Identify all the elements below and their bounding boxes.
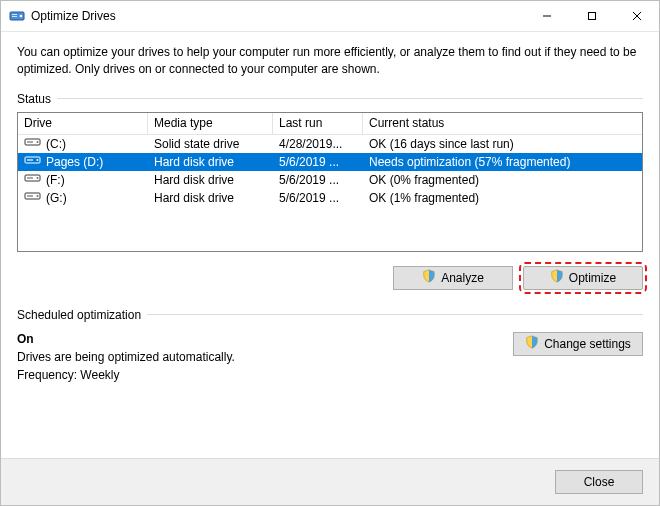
table-row[interactable]: (F:)Hard disk drive5/6/2019 ...OK (0% fr… xyxy=(18,171,642,189)
optimize-drives-window: Optimize Drives You can optimize your dr… xyxy=(0,0,660,506)
table-row[interactable]: (G:)Hard disk drive5/6/2019 ...OK (1% fr… xyxy=(18,189,642,207)
col-media[interactable]: Media type xyxy=(148,113,273,135)
col-current-status[interactable]: Current status xyxy=(363,113,642,135)
scheduled-actions: Change settings xyxy=(513,332,643,356)
divider xyxy=(147,314,643,315)
table-row[interactable]: Pages (D:)Hard disk drive5/6/2019 ...Nee… xyxy=(18,153,642,171)
svg-rect-16 xyxy=(27,177,33,178)
scheduled-info: On Drives are being optimized automatica… xyxy=(17,332,235,382)
drive-cell: (C:) xyxy=(18,136,148,151)
divider xyxy=(57,98,643,99)
titlebar: Optimize Drives xyxy=(1,1,659,32)
last-run-cell: 5/6/2019 ... xyxy=(273,173,363,187)
intro-text: You can optimize your drives to help you… xyxy=(17,44,643,78)
shield-icon xyxy=(550,269,564,286)
window-controls xyxy=(524,1,659,31)
drive-icon xyxy=(24,136,42,151)
table-header[interactable]: Drive Media type Last run Current status xyxy=(18,113,642,135)
svg-point-18 xyxy=(37,195,39,197)
drive-cell: Pages (D:) xyxy=(18,154,148,169)
svg-rect-10 xyxy=(27,141,33,142)
drive-cell: (F:) xyxy=(18,172,148,187)
drive-icon xyxy=(24,172,42,187)
optimize-button[interactable]: Optimize xyxy=(523,266,643,290)
footer: Close xyxy=(1,458,659,505)
drive-label: (F:) xyxy=(46,173,65,187)
last-run-cell: 5/6/2019 ... xyxy=(273,191,363,205)
drive-icon xyxy=(24,190,42,205)
svg-rect-19 xyxy=(27,195,33,196)
change-settings-button[interactable]: Change settings xyxy=(513,332,643,356)
status-section-label: Status xyxy=(17,92,643,106)
media-cell: Hard disk drive xyxy=(148,155,273,169)
scheduled-label-text: Scheduled optimization xyxy=(17,308,141,322)
drive-label: Pages (D:) xyxy=(46,155,103,169)
window-title: Optimize Drives xyxy=(31,9,524,23)
scheduled-section-label: Scheduled optimization xyxy=(17,308,643,322)
status-label-text: Status xyxy=(17,92,51,106)
shield-icon xyxy=(422,269,436,286)
action-buttons: Analyze Optimize xyxy=(17,266,643,290)
table-row[interactable]: (C:)Solid state drive4/28/2019...OK (16 … xyxy=(18,135,642,153)
analyze-label: Analyze xyxy=(441,271,484,285)
svg-point-15 xyxy=(37,177,39,179)
drive-icon xyxy=(24,154,42,169)
status-cell: OK (16 days since last run) xyxy=(363,137,642,151)
maximize-button[interactable] xyxy=(569,1,614,31)
last-run-cell: 5/6/2019 ... xyxy=(273,155,363,169)
svg-rect-2 xyxy=(12,14,17,15)
close-label: Close xyxy=(584,475,615,489)
app-icon xyxy=(9,8,25,24)
svg-point-12 xyxy=(37,159,39,161)
optimize-label: Optimize xyxy=(569,271,616,285)
status-cell: OK (1% fragmented) xyxy=(363,191,642,205)
svg-rect-5 xyxy=(588,13,595,20)
status-cell: OK (0% fragmented) xyxy=(363,173,642,187)
svg-rect-3 xyxy=(12,16,17,17)
scheduled-freq: Frequency: Weekly xyxy=(17,368,235,382)
svg-point-9 xyxy=(37,141,39,143)
col-last-run[interactable]: Last run xyxy=(273,113,363,135)
drive-cell: (G:) xyxy=(18,190,148,205)
media-cell: Solid state drive xyxy=(148,137,273,151)
minimize-button[interactable] xyxy=(524,1,569,31)
shield-icon xyxy=(525,335,539,352)
last-run-cell: 4/28/2019... xyxy=(273,137,363,151)
drive-label: (C:) xyxy=(46,137,66,151)
scheduled-desc: Drives are being optimized automatically… xyxy=(17,350,235,364)
scheduled-row: On Drives are being optimized automatica… xyxy=(17,332,643,382)
media-cell: Hard disk drive xyxy=(148,173,273,187)
media-cell: Hard disk drive xyxy=(148,191,273,205)
window-body: You can optimize your drives to help you… xyxy=(1,32,659,458)
analyze-button[interactable]: Analyze xyxy=(393,266,513,290)
svg-point-1 xyxy=(20,15,23,18)
drive-label: (G:) xyxy=(46,191,67,205)
drives-table[interactable]: Drive Media type Last run Current status… xyxy=(17,112,643,252)
close-button[interactable] xyxy=(614,1,659,31)
close-dialog-button[interactable]: Close xyxy=(555,470,643,494)
svg-rect-13 xyxy=(27,159,33,160)
col-drive[interactable]: Drive xyxy=(18,113,148,135)
status-cell: Needs optimization (57% fragmented) xyxy=(363,155,642,169)
change-settings-label: Change settings xyxy=(544,337,631,351)
scheduled-state: On xyxy=(17,332,235,346)
